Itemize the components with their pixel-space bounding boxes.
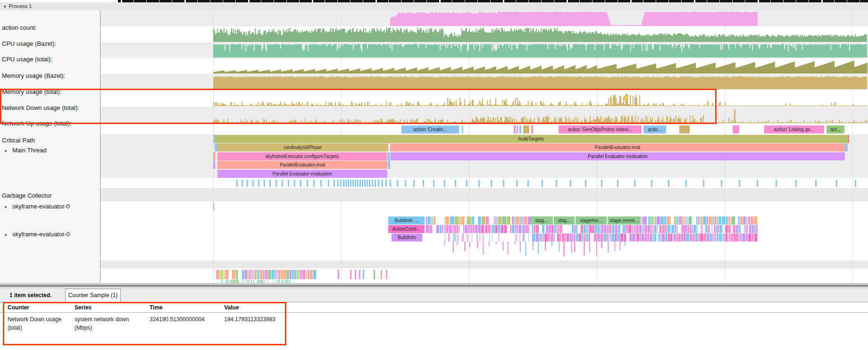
slice-fragment[interactable] <box>388 161 390 169</box>
collapse-arrow-icon[interactable]: ▾ <box>5 149 12 153</box>
slice[interactable]: action 'Linking go... <box>764 125 824 133</box>
table-cell: Network Down usage <box>8 315 61 324</box>
sidebar-item-main-thread[interactable]: ▾Main Thread <box>0 147 99 154</box>
trace-viewer: ▾Process 1 action count:CPU usage (Bazel… <box>0 0 868 350</box>
slice[interactable]: stag... <box>530 217 553 225</box>
track-label: CPU usage (total): <box>2 56 52 63</box>
selection-status: 1 item selected. <box>9 289 51 302</box>
slice[interactable]: action 'Creatin... <box>401 125 459 133</box>
table-cell: 184.1793113323983 <box>224 315 275 324</box>
track-label: CPU usage (Bazel): <box>2 40 56 47</box>
track-label: Memory usage (total): <box>2 88 61 95</box>
slice[interactable]: stag... <box>554 217 575 225</box>
slice-fragment[interactable] <box>213 161 215 169</box>
sidebar-item-cpu-usage-bazel[interactable]: CPU usage (Bazel): <box>0 40 101 48</box>
table-cell: (Mbps) <box>75 324 92 332</box>
slice[interactable]: action 'GenObjcProtos video/... <box>559 125 642 133</box>
track-label: skyframe-evaluator-0 <box>12 203 70 210</box>
track-label: Garbage Collector <box>2 192 52 199</box>
slice[interactable]: buildTargets <box>215 135 848 143</box>
slice[interactable]: Parallel Evaluator evaluation <box>391 152 845 160</box>
slice[interactable]: actio... <box>643 125 666 133</box>
slice-fragment[interactable] <box>514 125 516 133</box>
sidebar-item-network-down-usage-total[interactable]: Network Down usage (total): <box>0 104 101 112</box>
collapse-arrow-icon[interactable]: ▾ <box>5 233 12 237</box>
column-header-counter: Counter <box>8 304 29 311</box>
slice-fragment[interactable] <box>213 152 215 160</box>
slice[interactable]: ParallelEvaluator.eval <box>217 161 387 169</box>
sidebar-item-cpu-usage-total[interactable]: CPU usage (total): <box>0 56 101 63</box>
track-label: Memory usage (Bazel): <box>2 72 65 79</box>
slice-fragment[interactable] <box>733 125 739 133</box>
track-label: Critical Path <box>2 137 35 144</box>
column-header-series: Series <box>75 304 92 311</box>
slice-fragment[interactable] <box>523 125 529 133</box>
column-header-time: Time <box>150 304 163 311</box>
panel-tab-row <box>0 289 868 302</box>
slice[interactable]: runAnalysisPhase <box>217 143 388 151</box>
slice-fragment[interactable] <box>517 125 518 133</box>
slice-fragment[interactable] <box>848 135 849 143</box>
track-label: action count: <box>2 24 37 31</box>
track-sidebar: action count:CPU usage (Bazel):CPU usage… <box>0 10 100 283</box>
slice[interactable]: BuildInfo ... <box>388 217 425 225</box>
details-panel: 1 item selected. Counter Sample (1) Coun… <box>0 283 868 350</box>
sidebar-item-network-up-usage-total[interactable]: Network Up usage (total): <box>0 120 101 127</box>
slice-fragment[interactable] <box>845 143 848 151</box>
slice-fragment[interactable] <box>519 125 521 133</box>
sidebar-item-critical-path[interactable]: Critical Path <box>0 137 101 144</box>
slice[interactable]: Parallel Evaluator evaluation <box>217 170 387 178</box>
slice-fragment[interactable] <box>387 152 390 160</box>
column-header-value: Value <box>224 304 239 311</box>
slice[interactable]: stageme... <box>576 217 607 225</box>
slice-fragment[interactable] <box>531 125 533 133</box>
table-top-border <box>0 302 868 302</box>
track-label: Main Thread <box>12 147 47 154</box>
table-cell: system network down <box>75 315 129 324</box>
track-label: skyframe-evaluator-0 <box>12 231 70 238</box>
slice[interactable]: ParallelEvaluator.eval <box>390 143 845 151</box>
sidebar-item-skyframe-evaluator-0[interactable]: ▾skyframe-evaluator-0 <box>0 231 99 238</box>
sidebar-item-garbage-collector[interactable]: Garbage Collector <box>0 192 101 200</box>
sidebar-item-action-count[interactable]: action count: <box>0 24 101 32</box>
slice[interactable]: BuildInfo <box>392 233 422 242</box>
slice[interactable]: act... <box>826 125 844 133</box>
tab-counter-sample[interactable]: Counter Sample (1) <box>65 289 121 302</box>
slice[interactable]: ActionConti... <box>388 225 425 233</box>
table-header-border <box>0 312 868 313</box>
track-label: Network Down usage (total): <box>2 104 79 111</box>
slice-fragment[interactable] <box>462 125 463 133</box>
collapse-arrow-icon[interactable]: ▾ <box>5 205 12 209</box>
slice[interactable]: stage.remot... <box>608 217 641 225</box>
slice[interactable]: skyframeExecutor.configureTargets <box>217 152 387 160</box>
table-cell: (total) <box>8 324 22 332</box>
sidebar-item-memory-usage-bazel[interactable]: Memory usage (Bazel): <box>0 72 101 80</box>
table-cell: 324190.51300000004 <box>150 315 205 324</box>
track-label: Network Up usage (total): <box>2 120 71 127</box>
sidebar-item-memory-usage-total[interactable]: Memory usage (total): <box>0 88 101 96</box>
slice-fragment[interactable] <box>679 125 690 133</box>
sidebar-item-skyframe-evaluator-0[interactable]: ▾skyframe-evaluator-0 <box>0 203 99 210</box>
